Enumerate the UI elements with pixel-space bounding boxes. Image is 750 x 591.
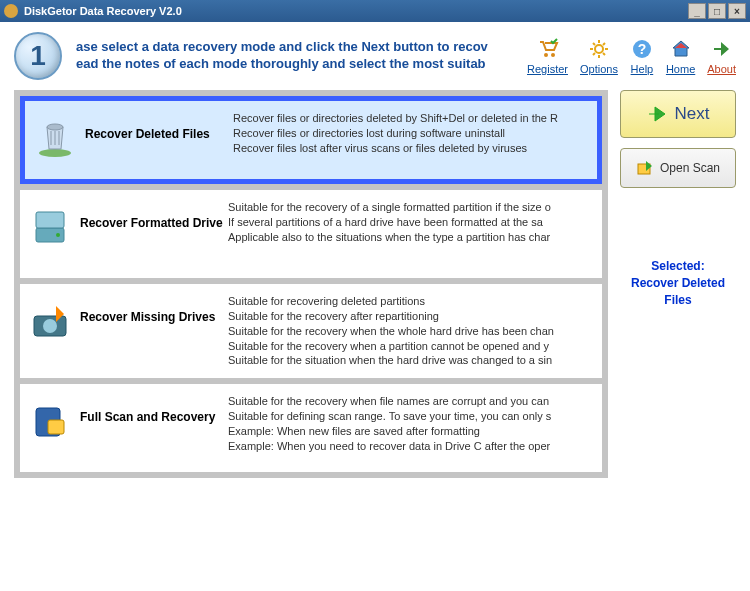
mode-desc: Suitable for the recovery when file name… [228,394,551,462]
mode-title: Full Scan and Recovery [80,394,228,462]
scan-icon [28,398,72,442]
svg-rect-13 [48,420,64,434]
right-column: Next Open Scan Selected: Recover Deleted… [620,90,736,478]
about-link[interactable]: About [707,37,736,75]
instruction-text: ase select a data recovery mode and clic… [76,39,527,73]
main-row: Recover Deleted Files Recover files or d… [14,90,736,478]
open-scan-button[interactable]: Open Scan [620,148,736,188]
options-label: Options [580,63,618,75]
home-label: Home [666,63,695,75]
mode-desc: Suitable for recovering deleted partitio… [228,294,554,368]
mode-title: Recover Missing Drives [80,294,228,368]
svg-rect-8 [36,212,64,228]
mode-full-scan-recovery[interactable]: Full Scan and Recovery Suitable for the … [20,384,602,472]
mode-list: Recover Deleted Files Recover files or d… [14,90,608,478]
svg-point-1 [551,53,555,57]
mode-title: Recover Formatted Drive [80,200,228,268]
home-icon [669,37,693,61]
next-label: Next [675,104,710,124]
open-scan-label: Open Scan [660,161,720,175]
svg-point-5 [39,149,71,157]
about-label: About [707,63,736,75]
options-link[interactable]: Options [580,37,618,75]
content-area: 1 ase select a data recovery mode and cl… [0,22,750,591]
app-icon [4,4,18,18]
drive-missing-icon [28,298,72,342]
next-button[interactable]: Next [620,90,736,138]
close-button[interactable]: × [728,3,746,19]
step-number-badge: 1 [14,32,62,80]
svg-point-9 [56,233,60,237]
register-label: Register [527,63,568,75]
svg-point-2 [595,45,603,53]
help-label: Help [631,63,654,75]
svg-point-6 [47,124,63,130]
svg-point-11 [43,319,57,333]
titlebar: DiskGetor Data Recovery V2.0 _ □ × [0,0,750,22]
trash-icon [33,115,77,159]
help-icon: ? [630,37,654,61]
drive-format-icon [28,204,72,248]
folder-arrow-icon [636,159,654,177]
svg-point-0 [544,53,548,57]
toolbar: Register Options ? Help Home [527,37,736,75]
gear-icon [587,37,611,61]
mode-desc: Recover files or directories deleted by … [233,111,558,169]
instruction-line: ase select a data recovery mode and clic… [76,39,527,56]
mode-recover-deleted-files[interactable]: Recover Deleted Files Recover files or d… [20,96,602,184]
home-link[interactable]: Home [666,37,695,75]
arrow-right-icon [647,103,669,125]
cart-icon [536,37,560,61]
mode-title: Recover Deleted Files [85,111,233,169]
window-title: DiskGetor Data Recovery V2.0 [24,5,688,17]
mode-recover-formatted-drive[interactable]: Recover Formatted Drive Suitable for the… [20,190,602,278]
minimize-button[interactable]: _ [688,3,706,19]
mode-desc: Suitable for the recovery of a single fo… [228,200,551,268]
top-section: 1 ase select a data recovery mode and cl… [14,32,736,80]
instruction-line: ead the notes of each mode thoroughly an… [76,56,527,73]
mode-recover-missing-drives[interactable]: Recover Missing Drives Suitable for reco… [20,284,602,378]
maximize-button[interactable]: □ [708,3,726,19]
selected-status: Selected: Recover Deleted Files [620,258,736,308]
svg-text:?: ? [638,41,647,57]
help-link[interactable]: ? Help [630,37,654,75]
register-link[interactable]: Register [527,37,568,75]
about-icon [710,37,734,61]
